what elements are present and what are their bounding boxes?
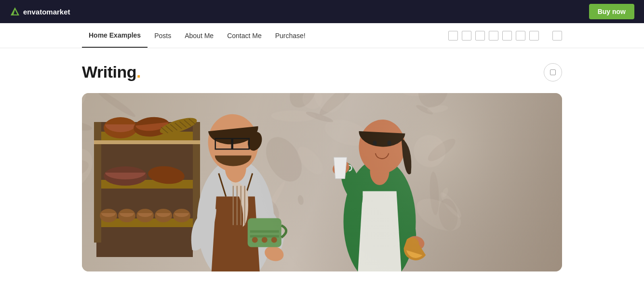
- logo[interactable]: envatomarket: [10, 6, 70, 17]
- title-dot: .: [136, 63, 141, 81]
- nav-icons-group: [448, 31, 562, 41]
- nav-icon-6[interactable]: [516, 31, 525, 41]
- nav-icon-3[interactable]: [475, 31, 485, 41]
- nav-icon-4[interactable]: [489, 31, 498, 41]
- topbar: envatomarket Buy now: [0, 0, 644, 23]
- grid-view-button[interactable]: [544, 63, 562, 81]
- nav-link-home-examples[interactable]: Home Examples: [82, 24, 148, 48]
- nav-item-home-examples[interactable]: Home Examples: [82, 24, 148, 48]
- page-title-text: Writing: [82, 63, 136, 81]
- title-row: Writing.: [82, 63, 562, 81]
- nav-link-posts[interactable]: Posts: [148, 24, 178, 47]
- nav-item-posts[interactable]: Posts: [148, 24, 178, 47]
- nav-item-contact-me[interactable]: Contact Me: [220, 24, 268, 47]
- nav-icon-2[interactable]: [462, 31, 471, 41]
- main-content: Writing.: [0, 48, 644, 271]
- grid-icon: [550, 69, 556, 75]
- nav-icon-7[interactable]: [529, 31, 539, 41]
- bakery-canvas: [82, 93, 562, 271]
- nav-links: Home Examples Posts About Me Contact Me …: [82, 24, 312, 48]
- nav-icon-8[interactable]: [552, 31, 562, 41]
- nav-item-purchase[interactable]: Purchase!: [268, 24, 312, 47]
- logo-text: envatomarket: [23, 8, 70, 16]
- nav-icon-1[interactable]: [448, 31, 458, 41]
- nav-link-contact-me[interactable]: Contact Me: [220, 24, 268, 47]
- navbar: Home Examples Posts About Me Contact Me …: [0, 23, 644, 48]
- nav-icon-5[interactable]: [502, 31, 512, 41]
- nav-link-about-me[interactable]: About Me: [178, 24, 220, 47]
- page-title: Writing.: [82, 63, 141, 81]
- buy-now-button[interactable]: Buy now: [589, 4, 634, 19]
- envato-logo-icon: [10, 6, 20, 17]
- nav-link-purchase[interactable]: Purchase!: [268, 24, 312, 47]
- hero-image: [82, 93, 562, 271]
- nav-item-about-me[interactable]: About Me: [178, 24, 220, 47]
